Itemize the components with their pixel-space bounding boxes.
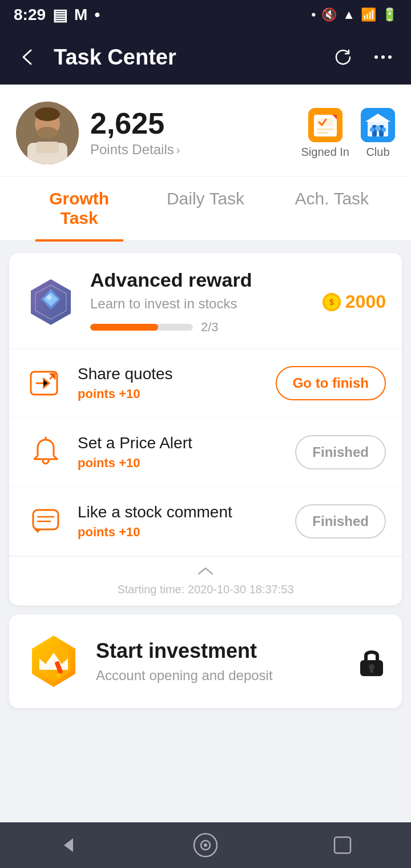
signal-dot: • [312, 7, 316, 22]
svg-point-6 [37, 127, 58, 138]
task-stock-comment: Like a stock comment points +10 Finished [9, 487, 402, 556]
progress-fill [90, 324, 158, 331]
points-detail[interactable]: Points Details › [90, 142, 289, 158]
home-nav-button[interactable] [188, 828, 223, 862]
svg-rect-13 [317, 132, 328, 134]
reward-header: Advanced reward Learn to invest in stock… [9, 253, 402, 349]
comment-icon [25, 501, 66, 542]
profile-icons: Signed In Club [301, 108, 395, 159]
svg-rect-48 [335, 837, 350, 853]
reward-hex-icon [25, 276, 76, 328]
progress-text: 2/3 [201, 320, 219, 335]
progress-bar [90, 324, 193, 331]
club-icon [361, 108, 395, 142]
content-area: Advanced reward Learn to invest in stock… [0, 242, 411, 729]
task-comment-info: Like a stock comment points +10 [78, 503, 284, 540]
top-nav: Task Center [0, 30, 411, 85]
signed-in-item[interactable]: Signed In [301, 108, 349, 159]
svg-point-21 [375, 126, 381, 131]
task-share-quotes: Share quotes points +10 Go to finish [9, 349, 402, 418]
svg-point-2 [388, 55, 392, 59]
svg-point-0 [374, 55, 378, 59]
club-label: Club [366, 146, 389, 159]
task-share-info: Share quotes points +10 [78, 365, 264, 401]
task-alert-title: Set a Price Alert [78, 434, 284, 452]
mute-icon: 🔇 [321, 7, 337, 22]
more-button[interactable] [369, 43, 397, 71]
status-bar: 8:29 ▤ M • • 🔇 ▲ 📶 🔋 [0, 0, 411, 30]
price-alert-finished-button[interactable]: Finished [295, 435, 386, 469]
investment-info: Start investment Account opening and dep… [96, 639, 344, 684]
svg-rect-12 [317, 128, 334, 130]
investment-title: Start investment [96, 639, 344, 663]
svg-point-22 [381, 127, 386, 132]
signal-icon: 📶 [361, 7, 376, 22]
points-detail-arrow: › [176, 143, 180, 156]
refresh-button[interactable] [329, 43, 357, 71]
svg-rect-43 [370, 668, 373, 673]
task-alert-info: Set a Price Alert points +10 [78, 434, 284, 471]
signed-in-icon [308, 108, 342, 142]
points-section: 2,625 Points Details › [90, 108, 289, 158]
progress-container: 2/3 [90, 320, 309, 335]
reward-subtitle: Learn to invest in stocks [90, 296, 309, 312]
investment-subtitle: Account opening and deposit [96, 668, 344, 684]
svg-point-47 [204, 843, 207, 847]
dot-icon: • [94, 6, 100, 24]
reward-info: Advanced reward Learn to invest in stock… [90, 269, 309, 335]
svg-point-1 [381, 55, 385, 59]
advanced-reward-card: Advanced reward Learn to invest in stock… [9, 253, 402, 605]
share-icon [25, 363, 66, 404]
task-share-points: points +10 [78, 387, 264, 401]
collapse-section: Starting time: 2020-10-30 18:37:53 [9, 556, 402, 605]
svg-marker-44 [64, 838, 73, 852]
collapse-button[interactable] [18, 566, 393, 577]
points-value: 2,625 [90, 108, 289, 138]
task-comment-title: Like a stock comment [78, 503, 284, 521]
back-button[interactable] [14, 43, 42, 71]
back-nav-button[interactable] [51, 828, 86, 862]
task-share-title: Share quotes [78, 365, 264, 383]
lock-icon [357, 647, 386, 676]
page-title: Task Center [54, 45, 317, 70]
task-price-alert: Set a Price Alert points +10 Finished [9, 418, 402, 487]
reward-points: $ 2000 [323, 291, 386, 312]
go-to-finish-button[interactable]: Go to finish [276, 366, 386, 400]
task-comment-points: points +10 [78, 525, 284, 540]
task-alert-points: points +10 [78, 456, 284, 471]
svg-rect-34 [33, 510, 58, 529]
svg-text:$: $ [329, 298, 334, 307]
coin-icon: $ [323, 293, 341, 311]
battery-icon: 🔋 [382, 7, 397, 22]
reward-title: Advanced reward [90, 269, 309, 291]
tab-ach[interactable]: Ach. Task [269, 176, 395, 240]
tabs-container: Growth Task Daily Task Ach. Task [0, 176, 411, 242]
start-investment-card: Start investment Account opening and dep… [9, 614, 402, 708]
comment-finished-button[interactable]: Finished [295, 504, 386, 539]
avatar [16, 102, 79, 164]
status-time: 8:29 [14, 6, 46, 24]
reward-points-value: 2000 [345, 291, 386, 312]
points-detail-label: Points Details [90, 142, 174, 158]
gmail-icon: M [74, 6, 87, 24]
timestamp: Starting time: 2020-10-30 18:37:53 [18, 583, 393, 596]
svg-point-5 [35, 107, 60, 121]
bottom-bar [0, 822, 411, 868]
investment-icon [25, 633, 82, 690]
svg-point-20 [370, 127, 374, 132]
wifi-icon: ▲ [342, 7, 355, 22]
recents-nav-button[interactable] [325, 828, 360, 862]
msg-icon: ▤ [53, 6, 67, 25]
tab-growth[interactable]: Growth Task [16, 176, 142, 240]
profile-section: 2,625 Points Details › [0, 85, 411, 176]
bell-icon [25, 432, 66, 473]
club-item[interactable]: Club [361, 108, 395, 159]
svg-rect-8 [36, 142, 59, 153]
tab-daily[interactable]: Daily Task [142, 176, 268, 240]
signed-in-label: Signed In [301, 146, 349, 159]
